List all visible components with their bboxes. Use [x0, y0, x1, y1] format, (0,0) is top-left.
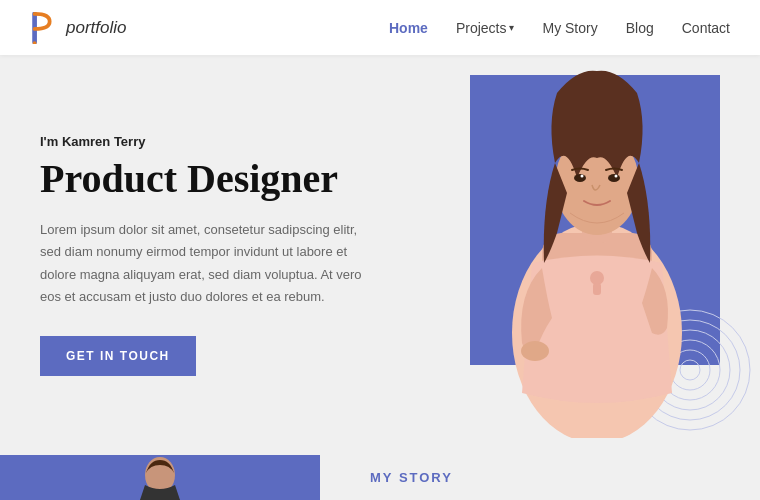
nav-link-mystory: My Story — [542, 20, 597, 36]
logo[interactable]: portfolio — [30, 12, 126, 44]
nav-link-home: Home — [389, 20, 428, 36]
my-story-label: MY STORY — [370, 470, 453, 485]
hero-intro: I'm Kamren Terry — [40, 134, 380, 149]
nav-item-mystory[interactable]: My Story — [542, 19, 597, 37]
chevron-down-icon: ▾ — [509, 22, 514, 33]
hero-section: I'm Kamren Terry Product Designer Lorem … — [0, 55, 760, 455]
svg-point-15 — [608, 174, 620, 182]
hero-image-area — [420, 55, 760, 455]
svg-point-17 — [615, 175, 618, 178]
bottom-person-icon — [120, 455, 200, 500]
nav-item-contact[interactable]: Contact — [682, 19, 730, 37]
hero-title: Product Designer — [40, 157, 380, 201]
bottom-section: MY STORY — [0, 455, 760, 500]
logo-icon — [30, 12, 58, 44]
svg-point-14 — [574, 174, 586, 182]
bottom-left-image — [0, 455, 320, 500]
person-image — [462, 63, 732, 438]
hero-description: Lorem ipsum dolor sit amet, consetetur s… — [40, 219, 380, 307]
nav-item-projects[interactable]: Projects ▾ — [456, 20, 515, 36]
nav-links: Home Projects ▾ My Story Blog Contact — [389, 19, 730, 37]
svg-point-18 — [521, 341, 549, 361]
logo-text: portfolio — [66, 18, 126, 38]
nav-link-projects: Projects ▾ — [456, 20, 515, 36]
get-in-touch-button[interactable]: GET IN TOUCH — [40, 336, 196, 376]
nav-item-blog[interactable]: Blog — [626, 19, 654, 37]
nav-item-home[interactable]: Home — [389, 19, 428, 37]
hero-name: Kamren Terry — [62, 134, 146, 149]
navbar: portfolio Home Projects ▾ My Story Blog … — [0, 0, 760, 55]
svg-rect-11 — [593, 283, 601, 295]
nav-link-blog: Blog — [626, 20, 654, 36]
svg-point-10 — [590, 271, 604, 285]
nav-link-contact: Contact — [682, 20, 730, 36]
hero-content: I'm Kamren Terry Product Designer Lorem … — [0, 134, 420, 375]
svg-point-16 — [581, 175, 584, 178]
bottom-right-label: MY STORY — [320, 455, 453, 500]
